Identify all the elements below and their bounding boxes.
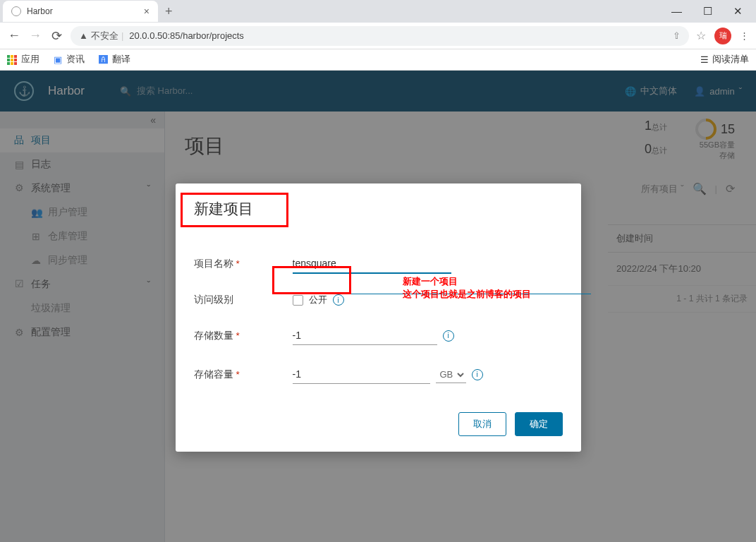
- translate-icon: 🅰: [99, 55, 108, 65]
- bookmark-news[interactable]: ▣ 资讯: [54, 54, 85, 66]
- storage-capacity-input[interactable]: [293, 365, 430, 384]
- share-icon[interactable]: ⇧: [673, 30, 681, 41]
- minimize-icon[interactable]: —: [671, 5, 682, 18]
- tab-title: Harbor: [27, 6, 138, 16]
- browser-tab-bar: Harbor × + — ☐ ✕: [0, 0, 756, 23]
- label-capacity: 存储容量*: [194, 368, 293, 381]
- info-icon[interactable]: i: [333, 294, 344, 306]
- reading-list-button[interactable]: ☰ 阅读清单: [700, 54, 749, 66]
- tab-favicon: [11, 6, 21, 16]
- menu-icon[interactable]: ⋮: [740, 30, 749, 41]
- new-project-modal: 新建项目 项目名称* 访问级别 公开 i 存储数量*: [176, 183, 581, 452]
- maximize-icon[interactable]: ☐: [703, 5, 712, 18]
- row-project-name: 项目名称*: [194, 254, 563, 274]
- capacity-unit-select[interactable]: GB: [436, 366, 466, 383]
- apps-button[interactable]: 应用: [7, 54, 39, 66]
- annotation-box-input: [272, 266, 351, 294]
- reading-list-icon: ☰: [700, 54, 709, 65]
- bookmark-bar: 应用 ▣ 资讯 🅰 翻译 ☰ 阅读清单: [0, 49, 756, 71]
- reload-button[interactable]: ⟳: [49, 28, 63, 44]
- label-count: 存储数量*: [194, 330, 293, 342]
- browser-tab[interactable]: Harbor ×: [3, 1, 158, 22]
- warning-icon: ▲: [79, 30, 88, 41]
- confirm-button[interactable]: 确定: [515, 412, 563, 436]
- close-window-icon[interactable]: ✕: [733, 5, 743, 18]
- row-storage-capacity: 存储容量* GB i: [194, 365, 563, 384]
- profile-button[interactable]: 瑞: [714, 28, 731, 44]
- row-storage-count: 存储数量* i: [194, 326, 563, 345]
- modal-footer: 取消 确定: [194, 412, 563, 436]
- security-warning: ▲ 不安全 |: [79, 30, 123, 42]
- modal-overlay: 新建项目 项目名称* 访问级别 公开 i 存储数量*: [0, 71, 756, 542]
- browser-nav-bar: ← → ⟳ ▲ 不安全 | 20.0.0.50:85/harbor/projec…: [0, 23, 756, 49]
- news-icon: ▣: [54, 54, 62, 65]
- cancel-button[interactable]: 取消: [458, 412, 506, 436]
- info-icon[interactable]: i: [443, 330, 454, 342]
- apps-grid-icon: [7, 55, 17, 65]
- forward-button[interactable]: →: [28, 28, 42, 43]
- storage-count-input[interactable]: [293, 326, 437, 345]
- close-icon[interactable]: ×: [144, 6, 150, 17]
- back-button[interactable]: ←: [7, 28, 21, 43]
- bookmark-star-icon[interactable]: ☆: [696, 29, 706, 42]
- window-controls: — ☐ ✕: [671, 5, 753, 18]
- info-icon[interactable]: i: [472, 369, 483, 380]
- bookmark-translate[interactable]: 🅰 翻译: [99, 54, 130, 66]
- annotation-text: 新建一个项目 这个项目也就是之前博客的项目: [403, 275, 531, 301]
- url-text: 20.0.0.50:85/harbor/projects: [129, 30, 244, 41]
- annotation-box-title: [181, 193, 288, 227]
- new-tab-button[interactable]: +: [165, 4, 173, 19]
- url-bar[interactable]: ▲ 不安全 | 20.0.0.50:85/harbor/projects ⇧: [71, 26, 689, 46]
- public-checkbox[interactable]: [293, 295, 303, 306]
- label-access: 访问级别: [194, 294, 293, 306]
